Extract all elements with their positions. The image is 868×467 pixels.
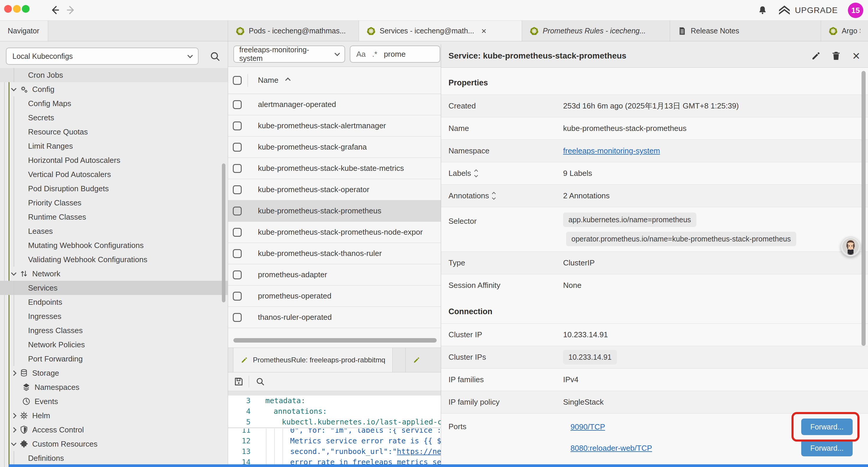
select-all-checkbox[interactable] — [233, 76, 242, 85]
close-window-button[interactable] — [4, 5, 12, 13]
match-case-toggle[interactable]: Aa — [356, 50, 366, 59]
service-row[interactable]: prometheus-adapter — [228, 264, 441, 286]
sidebar-group-access-control[interactable]: Access Control — [0, 423, 228, 437]
notifications-bell-icon[interactable] — [757, 5, 768, 16]
sidebar-item-ingresses[interactable]: Ingresses — [0, 309, 228, 323]
editor-toolbar — [228, 372, 441, 391]
upgrade-button[interactable]: UPGRADE — [778, 4, 838, 16]
runbook-url-link[interactable]: https://net — [397, 446, 441, 457]
row-checkbox[interactable] — [233, 207, 242, 215]
sidebar-item-mutating-webhook-configurations[interactable]: Mutating Webhook Configurations — [0, 238, 228, 253]
save-icon[interactable] — [232, 375, 245, 388]
sidebar-item-pod-disruption-budgets[interactable]: Pod Disruption Budgets — [0, 181, 228, 196]
sidebar-item-events[interactable]: Events — [0, 394, 228, 408]
yaml-editor[interactable]: 3metadata: 4annotations: 5kubectl.kubern… — [228, 396, 441, 467]
services-list-panel: Name alertmanager-operated kube-promethe… — [228, 67, 441, 467]
row-checkbox[interactable] — [233, 185, 242, 194]
service-row[interactable]: prometheus-operated — [228, 286, 441, 307]
maximize-window-button[interactable] — [22, 5, 30, 13]
sidebar-item-config-maps[interactable]: Config Maps — [0, 96, 228, 111]
sidebar-item-validating-webhook-configurations[interactable]: Validating Webhook Configurations — [0, 253, 228, 267]
sidebar-item-limit-ranges[interactable]: Limit Ranges — [0, 139, 228, 153]
sidebar-item-endpoints[interactable]: Endpoints — [0, 295, 228, 309]
search-icon[interactable] — [209, 50, 222, 63]
sidebar-item-horizontal-pod-autoscalers[interactable]: Horizontal Pod Autoscalers — [0, 153, 228, 167]
sticky-code-line: 3metadata: — [228, 396, 441, 406]
kubeconfig-dropdown[interactable]: Local Kubeconfigs — [6, 48, 198, 65]
tab-release-notes[interactable]: Release Notes — [670, 21, 821, 41]
services-search-input[interactable]: Aa .* prome — [350, 46, 440, 63]
kubernetes-icon — [530, 27, 538, 35]
sidebar-item-runtime-classes[interactable]: Runtime Classes — [0, 210, 228, 224]
annotations-expander-icon[interactable] — [493, 193, 495, 199]
sidebar-item-secrets[interactable]: Secrets — [0, 111, 228, 125]
sidebar-item-definitions[interactable]: Definitions — [0, 451, 228, 465]
sort-ascending-icon[interactable] — [285, 78, 291, 83]
delete-trash-icon[interactable] — [830, 50, 842, 62]
row-checkbox[interactable] — [233, 313, 242, 322]
close-icon[interactable]: × — [850, 50, 862, 62]
forward-button[interactable]: Forward... — [801, 440, 852, 456]
sidebar-item-resource-quotas[interactable]: Resource Quotas — [0, 125, 228, 139]
document-icon — [678, 27, 687, 35]
detail-scrollbar[interactable] — [862, 71, 866, 346]
user-avatar[interactable] — [840, 236, 861, 257]
service-row-selected[interactable]: kube-prometheus-stack-prometheus — [228, 200, 441, 222]
sidebar-group-network[interactable]: Network — [0, 267, 228, 281]
editor-tab-partial[interactable] — [405, 348, 441, 372]
sidebar-item-network-policies[interactable]: Network Policies — [0, 338, 228, 352]
service-row[interactable]: kube-prometheus-stack-thanos-ruler — [228, 243, 441, 264]
regex-toggle[interactable]: .* — [372, 50, 377, 59]
sidebar-item-cron-jobs[interactable]: Cron Jobs — [0, 68, 228, 82]
sidebar-group-config[interactable]: Config — [0, 82, 228, 96]
row-checkbox[interactable] — [233, 249, 242, 258]
close-tab-icon[interactable]: × — [481, 26, 487, 36]
editor-tab-prometheusrule[interactable]: PrometheusRule: freeleaps-prod-rabbitmq — [233, 348, 393, 372]
service-row[interactable]: kube-prometheus-stack-kube-state-metrics — [228, 158, 441, 179]
editor-search-icon[interactable] — [254, 375, 267, 388]
tab-pods[interactable]: Pods - icecheng@mathmas... — [228, 21, 359, 41]
sidebar-item-services[interactable]: Services — [0, 281, 228, 295]
sidebar-item-vertical-pod-autoscalers[interactable]: Vertical Pod Autoscalers — [0, 167, 228, 181]
row-checkbox[interactable] — [233, 270, 242, 279]
port-link-8080[interactable]: 8080:reloader-web/TCP — [570, 444, 652, 453]
service-row[interactable]: kube-prometheus-stack-grafana — [228, 137, 441, 158]
sidebar-scrollbar[interactable] — [222, 164, 225, 302]
service-row[interactable]: alertmanager-operated — [228, 94, 441, 115]
sidebar-item-priority-classes[interactable]: Priority Classes — [0, 196, 228, 210]
service-row[interactable]: kube-prometheus-stack-prometheus-node-ex… — [228, 222, 441, 243]
window-titlebar: UPGRADE 15 — [0, 0, 868, 21]
row-checkbox[interactable] — [233, 121, 242, 130]
namespace-dropdown[interactable]: freeleaps-monitoring-system — [234, 46, 345, 63]
forward-arrow-icon[interactable] — [66, 4, 78, 16]
labels-expander-icon[interactable] — [475, 170, 477, 177]
sidebar-item-leases[interactable]: Leases — [0, 224, 228, 238]
tab-prometheus-rules[interactable]: Prometheus Rules - icecheng... — [522, 21, 670, 41]
row-checkbox[interactable] — [233, 164, 242, 173]
tab-navigator[interactable]: Navigator — [0, 21, 48, 41]
row-checkbox[interactable] — [233, 228, 242, 237]
service-row[interactable]: thanos-ruler-operated — [228, 307, 441, 328]
notification-count-badge[interactable]: 15 — [848, 3, 863, 18]
sidebar-item-port-forwarding[interactable]: Port Forwarding — [0, 352, 228, 366]
back-arrow-icon[interactable] — [49, 4, 60, 16]
row-checkbox[interactable] — [233, 100, 242, 109]
sidebar-group-custom-resources[interactable]: Custom Resources — [0, 437, 228, 451]
sidebar-group-storage[interactable]: Storage — [0, 366, 228, 380]
sidebar-group-helm[interactable]: Helm — [0, 408, 228, 423]
minimize-window-button[interactable] — [13, 5, 21, 13]
name-column-header[interactable]: Name — [258, 76, 278, 85]
tab-argo[interactable]: Argo Se — [821, 21, 868, 41]
namespace-link[interactable]: freeleaps-monitoring-system — [563, 146, 660, 155]
row-checkbox[interactable] — [233, 292, 242, 300]
port-link-9090[interactable]: 9090/TCP — [570, 422, 605, 432]
horizontal-scrollbar[interactable] — [234, 338, 437, 343]
service-row[interactable]: kube-prometheus-stack-alertmanager — [228, 115, 441, 137]
tab-services[interactable]: Services - icecheng@math... × — [359, 21, 522, 41]
row-checkbox[interactable] — [233, 143, 242, 152]
sidebar-item-namespaces[interactable]: Namespaces — [0, 380, 228, 394]
detail-row-cluster-ips: Cluster IPs 10.233.14.91 — [441, 346, 868, 368]
edit-pencil-icon[interactable] — [810, 50, 822, 62]
sidebar-item-ingress-classes[interactable]: Ingress Classes — [0, 323, 228, 338]
service-row[interactable]: kube-prometheus-stack-operator — [228, 179, 441, 200]
